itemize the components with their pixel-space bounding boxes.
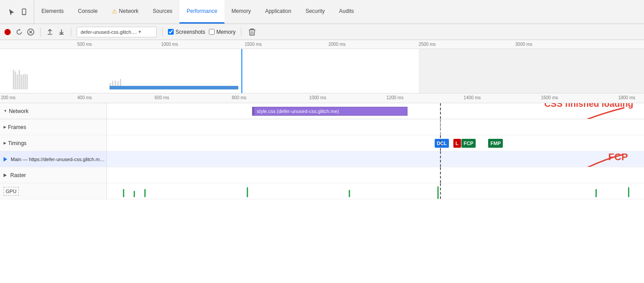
gpu-bar-4	[247, 187, 248, 197]
l-badge: L	[453, 139, 461, 148]
gpu-bar-7	[595, 189, 597, 197]
performance-toolbar: defer-unused-css.glitch.... ▾ Screenshot…	[0, 24, 644, 40]
overview-progress-bar	[110, 86, 238, 89]
fcp-badge: FCP	[461, 139, 476, 148]
gpu-bar-2	[134, 191, 135, 197]
timings-track-row: ▶ Timings DCL L FCP FMP	[0, 135, 644, 151]
toolbar-sep-3	[162, 28, 163, 36]
warning-icon: ⚠	[112, 8, 117, 15]
fcp-arrow-svg	[557, 152, 628, 167]
timings-track-content: DCL L FCP FMP	[107, 135, 644, 151]
dcl-badge: DCL	[435, 139, 449, 148]
raster-track-label[interactable]: Raster	[0, 167, 107, 183]
tab-performance[interactable]: Performance	[179, 0, 224, 24]
tick-800: 800 ms	[232, 95, 247, 100]
network-track-label[interactable]: ▼ Network	[0, 103, 107, 119]
screenshots-label: Screenshots	[175, 29, 205, 35]
tick-1400: 1400 ms	[464, 95, 481, 100]
overview-tick-1000: 1000 ms	[161, 42, 178, 47]
tab-bar: Elements Console ⚠ Network Sources Perfo…	[0, 0, 644, 24]
main-track-row: Main — https://defer-unused-css.glitch.m…	[0, 151, 644, 167]
network-collapse-arrow: ▼	[4, 109, 7, 113]
raster-track-row: Raster	[0, 167, 644, 183]
main-play-icon	[4, 157, 7, 162]
svg-point-2	[4, 29, 11, 35]
fcp-annotation-text: FCP	[608, 151, 628, 163]
tick-1000: 1000 ms	[309, 95, 326, 100]
timing-lines	[440, 119, 440, 135]
tab-console[interactable]: Console	[71, 0, 105, 24]
overview-ruler: 500 ms 1000 ms 1500 ms 2000 ms 2500 ms 3…	[0, 40, 644, 49]
devtools-icons	[2, 0, 34, 24]
clear-recordings-button[interactable]	[249, 28, 256, 36]
timeline-ruler: 200 ms 400 ms 600 ms 800 ms 1000 ms 1200…	[0, 93, 644, 103]
profile-selector[interactable]: defer-unused-css.glitch.... ▾	[77, 27, 157, 37]
gpu-track-content	[107, 183, 644, 199]
record-button[interactable]	[4, 28, 12, 36]
svg-rect-1	[24, 14, 24, 14]
tab-audits[interactable]: Audits	[332, 0, 361, 24]
overview-tick-500: 500 ms	[77, 42, 92, 47]
tick-200: 200 ms	[1, 95, 16, 100]
tick-600: 600 ms	[155, 95, 169, 100]
download-button[interactable]	[57, 28, 65, 36]
memory-checkbox-group[interactable]: Memory	[209, 29, 236, 35]
tab-network[interactable]: ⚠ Network	[105, 0, 146, 24]
overview-tick-1500: 1500 ms	[245, 42, 261, 47]
tab-sources[interactable]: Sources	[146, 0, 179, 24]
css-arrow-svg	[535, 103, 633, 119]
toolbar-sep-2	[71, 28, 71, 36]
toolbar-sep-1	[40, 28, 41, 36]
dropdown-arrow-icon: ▾	[139, 29, 141, 35]
raster-vdash	[440, 167, 441, 183]
overview-time-marker	[241, 49, 242, 93]
cursor-icon[interactable]	[7, 8, 16, 16]
upload-button[interactable]	[46, 28, 54, 36]
main-vdash	[440, 151, 441, 167]
gpu-bar-1	[123, 189, 124, 197]
overview-tick-3000: 3000 ms	[515, 42, 532, 47]
tick-1600: 1600 ms	[541, 95, 558, 100]
tick-1200: 1200 ms	[387, 95, 404, 100]
device-icon[interactable]	[20, 8, 29, 16]
tick-400: 400 ms	[77, 95, 92, 100]
vertical-dash-line	[440, 103, 441, 119]
fmp-badge: FMP	[488, 139, 503, 148]
memory-label: Memory	[216, 29, 236, 35]
main-track-content: FCP	[107, 151, 644, 167]
gpu-label-box: GPU	[4, 187, 19, 196]
overview-tick-2500: 2500 ms	[419, 42, 436, 47]
raster-track-content	[107, 167, 644, 183]
tab-application[interactable]: Application	[258, 0, 298, 24]
gpu-track-label[interactable]: GPU	[0, 183, 107, 199]
screenshots-checkbox-group[interactable]: Screenshots	[168, 29, 205, 35]
overview-panel: 500 ms 1000 ms 1500 ms 2000 ms 2500 ms 3…	[0, 40, 644, 93]
css-resource-bar[interactable]: style.css (defer-unused-css.glitch.me)	[252, 107, 408, 116]
gpu-bar-3	[144, 189, 146, 197]
toolbar-sep-4	[241, 28, 241, 36]
gpu-vdash	[440, 183, 441, 199]
gpu-bar-8	[628, 187, 629, 197]
network-track-content: style.css (defer-unused-css.glitch.me) ·…	[107, 103, 644, 119]
memory-checkbox[interactable]	[209, 29, 215, 35]
main-label-text: Main — https://defer-unused-css.glitch.m…	[11, 157, 106, 162]
main-track-label[interactable]: Main — https://defer-unused-css.glitch.m…	[0, 151, 107, 167]
clear-button[interactable]	[27, 28, 35, 36]
timings-vdash	[440, 135, 441, 151]
raster-play-icon	[4, 174, 7, 177]
tab-elements[interactable]: Elements	[34, 0, 71, 24]
frames-track-row: ▶ Frames	[0, 119, 644, 135]
tab-memory[interactable]: Memory	[224, 0, 258, 24]
tick-1800: 1800 ms	[618, 95, 635, 100]
frames-track-content	[107, 119, 644, 135]
gpu-bar-6	[437, 186, 439, 199]
tab-security[interactable]: Security	[298, 0, 332, 24]
frames-track-label[interactable]: ▶ Frames	[0, 119, 107, 135]
timings-track-label[interactable]: ▶ Timings	[0, 135, 107, 151]
network-track-row: ▼ Network style.css (defer-unused-css.gl…	[0, 103, 644, 119]
reload-button[interactable]	[15, 28, 23, 36]
gpu-track-row: GPU	[0, 183, 644, 199]
resource-bar-stripe	[253, 107, 254, 115]
timeline-panel: 200 ms 400 ms 600 ms 800 ms 1000 ms 1200…	[0, 93, 644, 283]
screenshots-checkbox[interactable]	[168, 29, 174, 35]
